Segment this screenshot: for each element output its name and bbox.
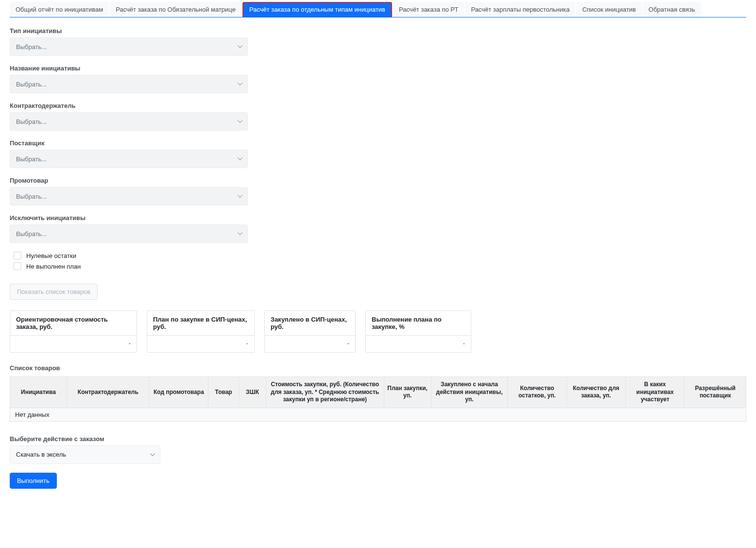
promo_goods-placeholder: Выбрать... (16, 193, 47, 200)
goods-col-4[interactable]: ЗШК (239, 377, 266, 408)
tab-4[interactable]: Расчёт зарплаты первостольника (465, 2, 575, 17)
goods-table-wrap: ИнициативаКонтрактодержательКод промотов… (10, 377, 746, 422)
table-nodata-row: Нет данных (10, 408, 746, 421)
zero_stock-checkbox[interactable] (14, 252, 21, 259)
tab-0[interactable]: Общий отчёт по инициативам (10, 2, 109, 17)
promo_goods-select[interactable]: Выбрать... (10, 187, 248, 206)
action-select[interactable]: Скачать в эксель (10, 445, 160, 464)
action-select-value: Скачать в эксель (16, 451, 66, 458)
contract_holder-placeholder: Выбрать... (16, 118, 47, 125)
checkbox-row-zero_stock: Нулевые остатки (10, 252, 746, 259)
summary-value-3: - (366, 336, 471, 352)
summary-card-3: Выполнение плана по закупке, %- (365, 310, 471, 353)
action-section-label: Выберите действие с заказом (10, 435, 746, 443)
contract_holder-label: Контрактодержатель (10, 102, 746, 109)
tab-5[interactable]: Список инициатив (576, 2, 641, 17)
table-nodata-cell: Нет данных (10, 408, 746, 421)
tab-6[interactable]: Обратная связь (643, 2, 701, 17)
initiative_type-label: Тип инициативы (10, 27, 746, 34)
plan_failed-checkbox[interactable] (14, 262, 21, 270)
summary-header-0: Ориентировочная стоимость заказа, руб. (10, 311, 137, 336)
summary-value-2: - (265, 336, 355, 352)
summary-card-1: План по закупке в СИП-ценах, руб.- (147, 310, 255, 353)
zero_stock-checkbox-label: Нулевые остатки (26, 252, 76, 259)
tabs-bar: Общий отчёт по инициативамРасчёт заказа … (10, 0, 746, 17)
exclude_initiatives-label: Исключить инициативы (10, 214, 746, 222)
initiative_name-select[interactable]: Выбрать... (10, 75, 248, 93)
goods-col-1[interactable]: Контрактодержатель (67, 377, 149, 408)
summary-row: Ориентировочная стоимость заказа, руб.-П… (10, 310, 746, 353)
summary-header-1: План по закупке в СИП-ценах, руб. (147, 311, 254, 336)
goods-col-2[interactable]: Код промотовара (149, 377, 208, 408)
initiative_name-placeholder: Выбрать... (16, 81, 47, 88)
exclude_initiatives-select[interactable]: Выбрать... (10, 224, 248, 243)
plan_failed-checkbox-label: Не выполнен план (26, 263, 81, 270)
supplier-placeholder: Выбрать... (16, 155, 47, 163)
show-goods-button[interactable]: Показать список товаров (10, 284, 98, 300)
goods-section-title: Список товаров (10, 364, 746, 372)
contract_holder-select[interactable]: Выбрать... (10, 112, 248, 131)
goods-col-8[interactable]: Количество остатков, уп. (508, 377, 567, 408)
checkbox-row-plan_failed: Не выполнен план (10, 262, 746, 270)
initiative_type-select[interactable]: Выбрать... (10, 37, 248, 56)
summary-value-0: - (10, 336, 137, 352)
checkbox-group: Нулевые остаткиНе выполнен план (10, 252, 746, 270)
supplier-select[interactable]: Выбрать... (10, 150, 248, 168)
summary-value-1: - (147, 336, 254, 352)
tab-2[interactable]: Расчёт заказа по отдельным типам инициат… (242, 2, 392, 17)
supplier-label: Поставщик (10, 139, 746, 147)
goods-col-11[interactable]: Разрешённый поставщик (685, 377, 746, 408)
submit-button[interactable]: Выполнить (10, 473, 57, 489)
goods-col-9[interactable]: Количество для заказа, уп. (567, 377, 625, 408)
summary-card-2: Закуплено в СИП-ценах, руб.- (264, 310, 356, 353)
initiative_type-placeholder: Выбрать... (16, 43, 47, 51)
goods-col-0[interactable]: Инициатива (10, 377, 67, 408)
summary-card-0: Ориентировочная стоимость заказа, руб.- (10, 310, 137, 353)
summary-header-2: Закуплено в СИП-ценах, руб. (265, 311, 355, 336)
goods-col-6[interactable]: План закупки, уп. (384, 377, 431, 408)
tab-3[interactable]: Расчёт заказа по РТ (393, 2, 464, 17)
summary-header-3: Выполнение плана по закупке, % (366, 311, 471, 336)
goods-col-10[interactable]: В каких инициативах участвует (625, 377, 684, 408)
goods-col-3[interactable]: Товар (208, 377, 239, 408)
initiative_name-label: Название инициативы (10, 65, 746, 72)
exclude_initiatives-placeholder: Выбрать... (16, 230, 47, 238)
goods-table: ИнициативаКонтрактодержательКод промотов… (10, 377, 746, 421)
tab-1[interactable]: Расчёт заказа по Обязательной матрице (110, 2, 241, 17)
goods-col-5[interactable]: Стоимость закупки, руб. (Количество для … (266, 377, 384, 408)
promo_goods-label: Промотовар (10, 177, 746, 184)
goods-col-7[interactable]: Закуплено с начала действия инициативы, … (431, 377, 508, 408)
